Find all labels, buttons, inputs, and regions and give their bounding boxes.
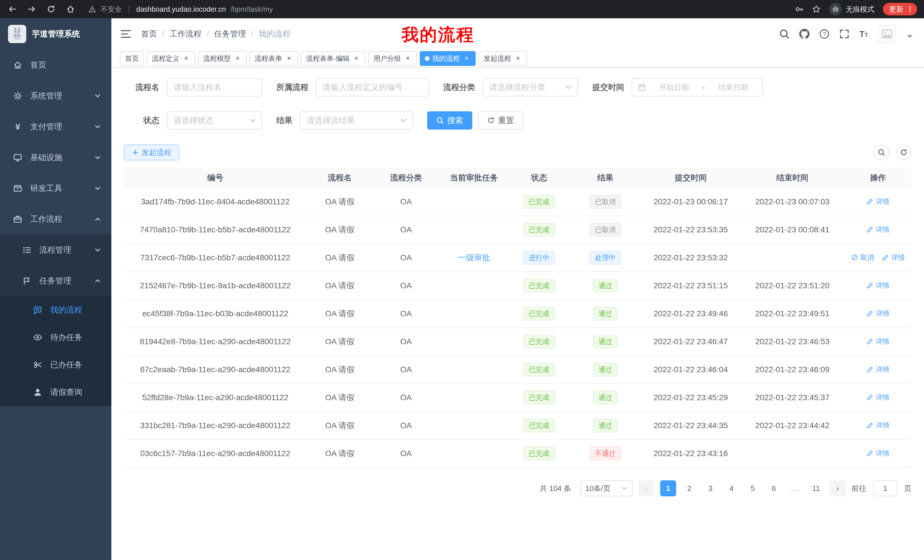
sidebar-item-流程管理[interactable]: 流程管理 <box>0 235 111 265</box>
detail-action-link[interactable]: 详情 <box>867 449 890 458</box>
close-icon[interactable]: × <box>404 54 412 63</box>
detail-action-link[interactable]: 详情 <box>867 365 890 374</box>
column-header: 提交时间 <box>641 168 740 188</box>
tab-流程表单-编辑[interactable]: 流程表单-编辑× <box>301 51 366 66</box>
security-label[interactable]: 不安全 <box>100 4 122 14</box>
tab-流程模型[interactable]: 流程模型× <box>198 51 247 66</box>
breadcrumb-item[interactable]: 任务管理 <box>214 28 246 39</box>
pagination-page-11[interactable]: 11 <box>808 481 824 496</box>
sidebar-item-任务管理[interactable]: 任务管理 <box>0 265 111 296</box>
sidebar-menu: 首页系统管理¥支付管理基础设施研发工具工作流程流程管理任务管理我的流程待办任务已… <box>0 49 111 406</box>
flag-icon <box>22 276 32 285</box>
cell-name: OA 请假 <box>307 244 373 272</box>
cell-end-time: 2022-01-22 23:49:51 <box>740 300 844 328</box>
table-header-row: 编号流程名流程分类当前审批任务状态结果提交时间结束时间操作 <box>124 168 911 188</box>
key-icon[interactable] <box>795 5 804 13</box>
create-process-button[interactable]: 发起流程 <box>124 144 179 160</box>
kebab-menu-icon[interactable] <box>906 5 914 13</box>
definition-input[interactable] <box>316 78 429 96</box>
refresh-table-button[interactable] <box>896 145 911 160</box>
result-tag: 不通过 <box>590 447 621 460</box>
page-size-select[interactable]: 10条/页 <box>580 481 633 496</box>
pagination-page-1[interactable]: 1 <box>660 481 676 496</box>
sidebar-item-首页[interactable]: 首页 <box>0 49 111 81</box>
category-select[interactable]: 请选择流程分类 <box>483 78 578 96</box>
fullscreen-icon[interactable] <box>839 29 849 39</box>
pagination-page-3[interactable]: 3 <box>702 481 718 496</box>
close-icon[interactable]: × <box>182 54 190 63</box>
tab-我的流程[interactable]: 我的流程× <box>420 51 476 66</box>
tab-首页[interactable]: 首页 <box>120 51 144 66</box>
detail-action-link[interactable]: 详情 <box>882 253 905 262</box>
close-icon[interactable]: × <box>234 54 242 63</box>
help-icon[interactable]: ? <box>819 29 830 39</box>
close-icon[interactable]: × <box>514 54 522 63</box>
sidebar-logo[interactable]: 芋道管理系统 <box>0 18 111 49</box>
toggle-search-button[interactable] <box>874 145 889 160</box>
sidebar-item-支付管理[interactable]: ¥支付管理 <box>0 111 111 142</box>
breadcrumb-item[interactable]: 首页 <box>141 28 157 39</box>
reset-button[interactable]: 重置 <box>478 111 523 130</box>
monitor-icon <box>13 153 22 162</box>
tab-用户分组[interactable]: 用户分组× <box>368 51 417 66</box>
avatar[interactable] <box>878 25 896 43</box>
tab-label: 流程表单-编辑 <box>306 54 350 63</box>
cancel-action-link[interactable]: 取消 <box>851 253 874 262</box>
sidebar-item-我的流程[interactable]: 我的流程 <box>0 296 111 324</box>
pagination-next-button[interactable]: › <box>830 481 846 496</box>
close-icon[interactable]: × <box>352 54 360 63</box>
breadcrumb-item[interactable]: 工作流程 <box>170 28 202 39</box>
result-select[interactable]: 请选择流结果 <box>300 111 413 130</box>
pagination-page-2[interactable]: 2 <box>681 481 697 496</box>
close-icon[interactable]: × <box>285 54 293 63</box>
detail-action-link[interactable]: 详情 <box>867 337 890 346</box>
breadcrumb-separator: / <box>207 29 209 39</box>
tab-发起流程[interactable]: 发起流程× <box>478 51 527 66</box>
pagination-page-6[interactable]: 6 <box>766 481 782 496</box>
close-icon[interactable]: × <box>463 54 471 63</box>
bookmark-star-icon[interactable] <box>812 5 820 13</box>
browser-forward-icon[interactable] <box>27 5 36 13</box>
date-range-picker[interactable]: 开始日期 - 结束日期 <box>632 78 763 96</box>
detail-action-link[interactable]: 详情 <box>867 281 890 290</box>
sidebar-item-工作流程[interactable]: 工作流程 <box>0 204 111 235</box>
browser-back-icon[interactable] <box>8 5 16 13</box>
name-input[interactable] <box>167 78 262 96</box>
topbar: 首页/工作流程/任务管理/我的流程 我的流程 ? TT <box>111 18 924 49</box>
browser-update-button[interactable]: 更新 <box>883 3 917 15</box>
goto-page-input[interactable] <box>873 481 897 496</box>
avatar-caret-icon[interactable] <box>907 35 913 41</box>
cell-status: 已完成 <box>509 188 569 216</box>
sidebar-item-待办任务[interactable]: 待办任务 <box>0 324 111 351</box>
font-size-icon[interactable]: TT <box>859 30 868 38</box>
search-button[interactable]: 搜索 <box>427 111 472 130</box>
pagination-page-4[interactable]: 4 <box>723 481 740 496</box>
detail-action-link[interactable]: 详情 <box>867 421 890 430</box>
toolbox-icon <box>13 184 22 193</box>
hamburger-icon[interactable] <box>120 28 131 39</box>
column-header: 结果 <box>569 168 641 188</box>
pagination-page-5[interactable]: 5 <box>745 481 760 496</box>
detail-action-link[interactable]: 详情 <box>867 197 890 206</box>
github-icon[interactable] <box>799 29 810 39</box>
sidebar-item-研发工具[interactable]: 研发工具 <box>0 173 111 204</box>
sidebar-item-已办任务[interactable]: 已办任务 <box>0 351 111 379</box>
tab-流程定义[interactable]: 流程定义× <box>147 51 195 66</box>
search-icon[interactable] <box>779 29 789 39</box>
sidebar-item-系统管理[interactable]: 系统管理 <box>0 81 111 111</box>
task-link[interactable]: 一级审批 <box>458 253 490 262</box>
browser-home-icon[interactable] <box>66 5 75 13</box>
browser-reload-icon[interactable] <box>47 5 56 13</box>
status-select[interactable]: 请选择状态 <box>167 111 262 130</box>
detail-action-link[interactable]: 详情 <box>867 393 890 402</box>
sidebar-item-基础设施[interactable]: 基础设施 <box>0 142 111 173</box>
pagination-more[interactable]: ... <box>787 481 803 496</box>
address-divider <box>129 5 129 13</box>
cell-result: 已取消 <box>569 216 641 244</box>
sidebar-item-请假查询[interactable]: 请假查询 <box>0 379 111 406</box>
tab-流程表单[interactable]: 流程表单× <box>249 51 298 66</box>
address-bar[interactable]: 不安全 dashboard.yudao.iocoder.cn/bpm/task/… <box>88 4 273 14</box>
detail-action-link[interactable]: 详情 <box>867 309 890 318</box>
pagination-prev-button[interactable]: ‹ <box>639 481 654 496</box>
detail-action-link[interactable]: 详情 <box>867 225 890 234</box>
